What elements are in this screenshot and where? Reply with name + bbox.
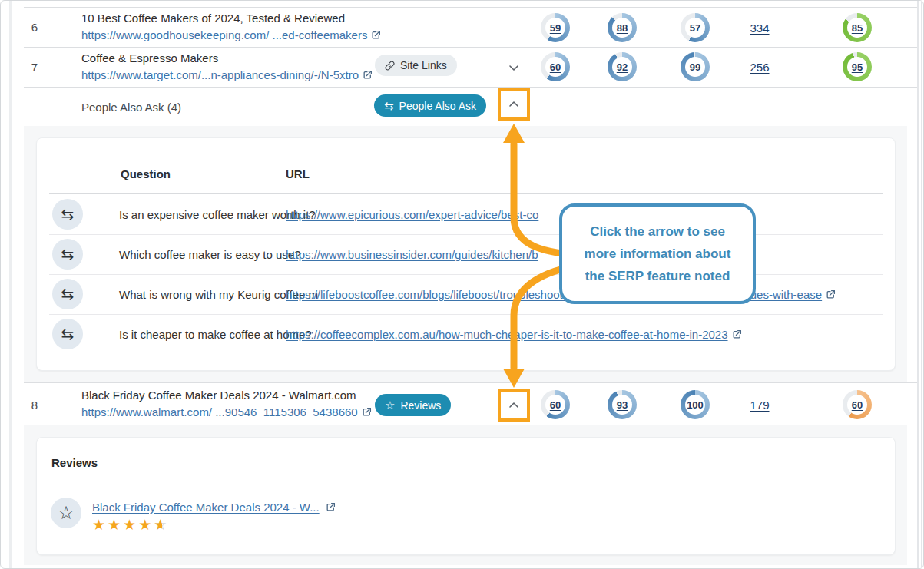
vertical-scrollbar[interactable]	[917, 1, 922, 568]
metric-value-link[interactable]: 95	[843, 52, 872, 81]
metric-donut: 60	[541, 52, 570, 81]
link-icon	[385, 61, 395, 71]
paa-url-link[interactable]: https://www.businessinsider.com/guides/k…	[286, 248, 538, 261]
metric-donut: 99	[681, 52, 710, 81]
swap-icon: ⇆	[61, 205, 75, 223]
metric-donut: 92	[608, 52, 637, 81]
external-link-icon	[826, 289, 836, 299]
site-links-badge[interactable]: Site Links	[375, 55, 457, 76]
review-result-link[interactable]: Black Friday Coffee Maker Deals 2024 - W…	[92, 501, 336, 514]
row-divider	[24, 7, 918, 8]
header-divider	[114, 163, 114, 183]
highlight-box-paa-chevron	[498, 88, 530, 121]
result-title: Black Friday Coffee Maker Deals 2024 - W…	[81, 389, 356, 402]
callout-text-line: the SERP feature noted	[562, 265, 753, 287]
star-rating: ★★★★☆★	[92, 516, 169, 534]
reviews-card: Reviews ☆ Black Friday Coffee Maker Deal…	[36, 437, 896, 555]
star-outline-icon: ☆	[385, 399, 395, 411]
tutorial-callout: Click the arrow to see more information …	[559, 203, 756, 304]
left-gutter-divider	[9, 1, 12, 568]
metric-value-link[interactable]: 60	[541, 390, 570, 419]
metric-donut: 85	[843, 13, 872, 42]
star-icon: ★	[123, 517, 138, 533]
expand-chevron-down[interactable]	[504, 58, 524, 78]
metric-donut: 59	[541, 13, 570, 42]
header-divider	[280, 163, 280, 183]
metric-donut: 88	[608, 13, 637, 42]
result-position: 6	[25, 21, 44, 34]
links-count-link[interactable]: 256	[734, 61, 785, 74]
paa-row-label: People Also Ask (4)	[81, 101, 181, 114]
paa-url-link[interactable]: https://coffeecomplex.com.au/how-much-ch…	[286, 328, 742, 341]
people-also-ask-button[interactable]: ⇆People Also Ask	[374, 94, 486, 117]
metric-value: 99	[681, 52, 710, 81]
external-link-icon	[362, 407, 372, 417]
swap-icon-button[interactable]: ⇆	[52, 199, 83, 230]
paa-table-card: Question URL ⇆ Is an expensive coffee ma…	[36, 137, 896, 371]
result-title: Coffee & Espresso Makers	[81, 51, 218, 65]
star-outline-icon: ☆	[58, 502, 75, 524]
metric-donut: 93	[608, 390, 637, 419]
result-url-link[interactable]: https://www.target.com/...n-appliances-d…	[81, 68, 373, 81]
paa-question: Is it cheaper to make coffee at home?	[119, 328, 312, 341]
metric-donut: 60	[541, 390, 570, 419]
swap-icon-button[interactable]: ⇆	[52, 279, 83, 309]
table-row-divider	[49, 274, 883, 275]
external-link-icon	[363, 70, 373, 80]
metric-donut: 95	[843, 52, 872, 81]
links-count-link[interactable]: 334	[734, 22, 785, 35]
external-link-icon	[371, 30, 381, 40]
reviews-panel-heading: Reviews	[51, 456, 98, 469]
swap-icon: ⇆	[384, 100, 394, 111]
result-url-link[interactable]: https://www.walmart.com/ ...90546_111530…	[81, 405, 372, 418]
callout-text-line: Click the arrow to see	[562, 220, 753, 243]
question-column-header: Question	[121, 167, 171, 180]
collapse-chevron-up[interactable]	[504, 94, 524, 114]
result-position: 7	[25, 61, 44, 74]
metric-donut: 57	[681, 13, 710, 42]
highlight-box-reviews-chevron	[498, 389, 530, 422]
row-divider	[24, 87, 918, 88]
swap-icon: ⇆	[61, 285, 75, 303]
paa-question: Which coffee maker is easy to use?	[119, 248, 301, 261]
star-icon: ★	[138, 517, 154, 533]
row-divider	[24, 47, 918, 48]
star-icon: ★	[108, 517, 123, 533]
serp-features-table: 6 10 Best Coffee Makers of 2024, Tested …	[0, 0, 924, 569]
swap-icon-button[interactable]: ⇆	[52, 319, 83, 349]
half-star-icon: ☆★	[154, 516, 169, 534]
callout-text-line: more information about	[562, 243, 753, 265]
row-divider	[24, 382, 918, 383]
result-position: 8	[25, 399, 44, 412]
table-row-divider	[49, 234, 883, 235]
metric-value-link[interactable]: 92	[608, 52, 637, 81]
metric-donut: 60	[843, 390, 872, 419]
url-column-header: URL	[286, 167, 310, 180]
swap-icon-button[interactable]: ⇆	[52, 239, 83, 270]
metric-value-link[interactable]: 88	[608, 13, 637, 42]
metric-value-link[interactable]: 60	[843, 390, 872, 419]
metric-value: 57	[681, 13, 710, 42]
table-header-divider	[49, 193, 883, 194]
metric-value-link[interactable]: 60	[541, 52, 570, 81]
links-count-link[interactable]: 179	[734, 399, 785, 412]
paa-url-link[interactable]: https://www.epicurious.com/expert-advice…	[286, 208, 538, 221]
swap-icon: ⇆	[61, 245, 75, 263]
result-url-link[interactable]: https://www.goodhousekeeping.com/ ...ed-…	[81, 28, 381, 41]
external-link-icon	[732, 329, 742, 339]
metric-value-link[interactable]: 93	[608, 390, 637, 419]
collapse-chevron-up[interactable]	[504, 395, 524, 415]
metric-value-link[interactable]: 85	[843, 13, 872, 42]
metric-donut: 100	[681, 390, 710, 419]
metric-value: 100	[681, 390, 710, 419]
review-star-icon-circle: ☆	[51, 498, 81, 528]
reviews-badge-button[interactable]: ☆Reviews	[375, 394, 451, 416]
star-icon: ★	[92, 517, 108, 533]
result-title: 10 Best Coffee Makers of 2024, Tested & …	[81, 12, 345, 25]
swap-icon: ⇆	[61, 325, 75, 343]
metric-value-link[interactable]: 59	[541, 13, 570, 42]
external-link-icon	[326, 502, 336, 512]
table-row-divider	[49, 314, 883, 315]
